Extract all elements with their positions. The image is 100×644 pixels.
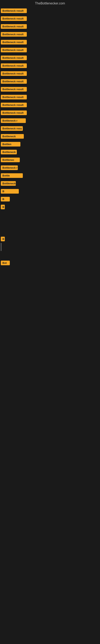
bottleneck-badge: Bottleneck (1, 134, 24, 139)
bottleneck-badge: Bottlenec (1, 158, 20, 162)
list-item: Bottleneck result (0, 109, 100, 117)
bottleneck-badge: Bot (1, 260, 10, 265)
list-item: Bottlenec (0, 156, 100, 164)
bottleneck-badge: Bottleneck r (1, 118, 26, 123)
site-title-text: TheBottlenecker.com (35, 2, 65, 5)
list-item: Bottleneck (0, 180, 100, 187)
bottleneck-badge: Bottlen (1, 142, 20, 146)
bottleneck-badge: Bottleneck result (1, 40, 27, 44)
line-indicator (1, 243, 1, 251)
bottleneck-badge: B (1, 205, 5, 209)
bottleneck-badge: Bottleneck result (1, 24, 27, 29)
list-item (0, 243, 100, 251)
list-item (0, 267, 100, 279)
bottleneck-badge: Bottleneck result (1, 87, 27, 92)
bottleneck-list: Bottleneck resultBottleneck resultBottle… (0, 7, 100, 476)
list-item: Bottleneck result (0, 78, 100, 85)
list-item: Bottleneck (0, 148, 100, 156)
list-item: Bottlen (0, 140, 100, 148)
list-item (0, 223, 100, 235)
bottleneck-badge: Bottleneck result (1, 64, 27, 68)
bottleneck-badge: Bottleneck result (1, 79, 27, 84)
list-item: Bottle (0, 172, 100, 180)
bottleneck-badge: Bottleneck (1, 181, 16, 186)
list-item: Bottleneck r (0, 117, 100, 124)
list-item: B (0, 235, 100, 243)
site-title: TheBottlenecker.com (0, 0, 100, 7)
list-item: B (0, 195, 100, 203)
list-item (0, 211, 100, 223)
list-item: Bottleneck result (0, 70, 100, 78)
bottleneck-badge: Bottle (1, 173, 23, 178)
list-item: Bottleneck result (0, 54, 100, 62)
list-item: Bottleneck result (0, 46, 100, 54)
list-item (0, 291, 100, 303)
list-item: Bottleneck result (0, 22, 100, 30)
list-item: Bottleneck r (0, 164, 100, 172)
bottleneck-badge: Bottleneck result (1, 32, 27, 37)
list-item: Bottleneck result (0, 62, 100, 70)
bottleneck-badge: Bottleneck resu (1, 126, 23, 131)
bottleneck-badge: Bottleneck result (1, 16, 27, 21)
bottleneck-badge: Bottleneck result (1, 95, 27, 100)
list-item (0, 279, 100, 291)
list-item: Bottleneck result (0, 15, 100, 22)
list-item: Bot (0, 259, 100, 267)
list-item: Bottleneck resu (0, 124, 100, 132)
bottleneck-badge: Bottleneck result (1, 8, 27, 13)
list-item: Bottleneck result (0, 85, 100, 93)
list-item: Bottleneck (0, 132, 100, 140)
bottleneck-badge: Bottleneck result (1, 48, 27, 52)
bottleneck-badge: B (1, 189, 19, 194)
list-item: Bottleneck result (0, 7, 100, 15)
bottleneck-badge: Bottleneck result (1, 110, 27, 115)
list-item: Bottleneck result (0, 101, 100, 109)
bottleneck-badge: Bottleneck result (1, 103, 27, 107)
bottleneck-badge: B (1, 237, 5, 241)
list-item (0, 251, 100, 259)
bottleneck-badge: Bottleneck (1, 150, 17, 154)
list-item (0, 303, 100, 315)
bottleneck-badge: Bottleneck result (1, 56, 27, 60)
bottleneck-badge: B (1, 197, 10, 202)
bottleneck-badge: Bottleneck result (1, 71, 27, 76)
list-item: B (0, 187, 100, 195)
list-item: Bottleneck result (0, 38, 100, 46)
bottleneck-badge: Bottleneck r (1, 166, 18, 170)
list-item: Bottleneck result (0, 93, 100, 101)
list-item: Bottleneck result (0, 30, 100, 38)
list-item: B (0, 203, 100, 211)
